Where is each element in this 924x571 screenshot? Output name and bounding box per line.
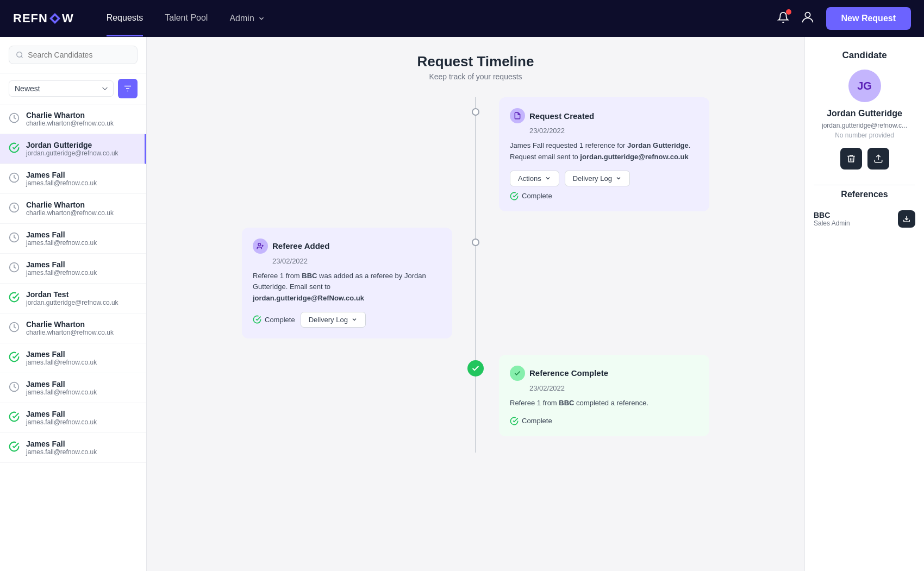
reference-complete-title: Reference Complete xyxy=(529,368,608,378)
referee-added-icon xyxy=(253,239,268,254)
check-circle-icon xyxy=(510,417,519,425)
candidate-email: james.fall@refnow.co.uk xyxy=(26,418,138,426)
complete-label-3: Complete xyxy=(522,417,552,425)
candidate-name: James Fall xyxy=(26,440,138,448)
actions-button[interactable]: Actions xyxy=(510,171,559,186)
timeline-card-referee-added: Referee Added 23/02/2022 Referee 1 from … xyxy=(242,228,452,338)
candidate-item[interactable]: Jordan Gutteridgejordan.gutteridge@refno… xyxy=(0,134,146,164)
candidate-item[interactable]: James Falljames.fall@refnow.co.uk xyxy=(0,373,146,403)
candidate-name: James Fall xyxy=(26,230,138,239)
timeline-row-request-created: Request Created 23/02/2022 James Fall re… xyxy=(242,97,709,211)
timeline-card-request-created: Request Created 23/02/2022 James Fall re… xyxy=(499,97,709,211)
complete-label-2: Complete xyxy=(265,316,295,324)
notification-bell-button[interactable] xyxy=(777,11,789,26)
candidate-item[interactable]: James Falljames.fall@refnow.co.uk xyxy=(0,343,146,373)
candidate-item[interactable]: James Falljames.fall@refnow.co.uk xyxy=(0,403,146,433)
check-circle-icon xyxy=(253,315,261,324)
nav-right: New Request xyxy=(777,7,911,30)
new-request-button[interactable]: New Request xyxy=(826,7,911,30)
referee-added-date: 23/02/2022 xyxy=(253,257,441,265)
filter-icon xyxy=(123,84,133,93)
status-pending-icon xyxy=(9,112,20,126)
timeline-title: Request Timeline xyxy=(417,53,534,70)
reference-complete-body: Referee 1 from BBC completed a reference… xyxy=(510,398,698,409)
request-created-icon xyxy=(510,108,525,123)
candidate-name: James Fall xyxy=(26,260,138,269)
timeline-subtitle: Keep track of your requests xyxy=(417,72,534,81)
status-complete-icon xyxy=(9,441,20,454)
nav-link-requests[interactable]: Requests xyxy=(107,1,143,36)
status-pending-icon xyxy=(9,262,20,275)
candidate-name: Charlie Wharton xyxy=(26,111,138,120)
svg-point-3 xyxy=(17,52,22,58)
candidate-panel-title: Candidate xyxy=(842,50,886,61)
reference-complete-status: Complete xyxy=(510,417,698,425)
candidate-email: james.fall@refnow.co.uk xyxy=(26,179,138,187)
nav-link-admin[interactable]: Admin xyxy=(229,1,265,36)
check-icon xyxy=(514,369,521,377)
candidate-item[interactable]: James Falljames.fall@refnow.co.uk xyxy=(0,224,146,254)
user-profile-button[interactable] xyxy=(800,10,815,28)
filter-button[interactable] xyxy=(118,79,138,98)
candidate-item[interactable]: James Falljames.fall@refnow.co.uk xyxy=(0,164,146,194)
trash-icon xyxy=(846,154,856,164)
chevron-down-icon xyxy=(351,316,358,323)
file-icon xyxy=(514,112,521,120)
search-input-wrapper[interactable] xyxy=(9,46,138,64)
request-created-title: Request Created xyxy=(529,111,594,121)
candidate-item[interactable]: Charlie Whartoncharlie.wharton@refnow.co… xyxy=(0,313,146,343)
candidate-detail-email: jordan.gutteridge@refnow.c... xyxy=(822,122,907,129)
svg-point-14 xyxy=(258,243,261,246)
logo-text-right: W xyxy=(62,11,74,26)
timeline-container: Request Created 23/02/2022 James Fall re… xyxy=(242,97,709,453)
candidate-email: charlie.wharton@refnow.co.uk xyxy=(26,209,138,217)
referee-added-actions: Complete Delivery Log xyxy=(253,312,441,328)
status-pending-icon xyxy=(9,172,20,185)
request-created-date: 23/02/2022 xyxy=(510,127,698,135)
candidate-email: james.fall@refnow.co.uk xyxy=(26,269,138,277)
request-created-status: Complete xyxy=(510,192,698,200)
candidate-item[interactable]: Charlie Whartoncharlie.wharton@refnow.co… xyxy=(0,194,146,224)
main-layout: Newest Oldest A-Z Z-A Charlie Whartoncha… xyxy=(0,37,924,571)
status-pending-icon xyxy=(9,322,20,335)
reference-info: BBC Sales Admin xyxy=(814,211,898,227)
candidate-item[interactable]: Jordan Testjordan.gutteridge@refnow.co.u… xyxy=(0,284,146,313)
nav-link-talent-pool[interactable]: Talent Pool xyxy=(165,1,208,36)
candidate-detail-phone: No number provided xyxy=(835,131,894,139)
notification-dot xyxy=(786,9,791,15)
search-input[interactable] xyxy=(28,51,130,59)
candidate-name: James Fall xyxy=(26,410,138,418)
export-candidate-button[interactable] xyxy=(867,148,889,170)
panel-action-buttons xyxy=(840,148,889,170)
delivery-log-button-1[interactable]: Delivery Log xyxy=(565,171,630,186)
delete-candidate-button[interactable] xyxy=(840,148,862,170)
chevron-down-icon xyxy=(545,175,551,181)
check-icon xyxy=(471,364,480,373)
candidate-item[interactable]: James Falljames.fall@refnow.co.uk xyxy=(0,254,146,284)
sidebar-search-header xyxy=(0,37,146,73)
status-complete-icon xyxy=(9,142,20,155)
filter-controls: Newest Oldest A-Z Z-A xyxy=(0,73,146,104)
panel-divider xyxy=(814,185,915,185)
right-panel: Candidate JG Jordan Gutteridge jordan.gu… xyxy=(804,37,924,571)
referee-added-body: Referee 1 from BBC was added as a refere… xyxy=(253,271,441,304)
candidate-list: Charlie Whartoncharlie.wharton@refnow.co… xyxy=(0,104,146,571)
status-pending-icon xyxy=(9,202,20,215)
download-reference-button[interactable] xyxy=(898,210,915,228)
logo-text-left: REFN xyxy=(13,11,48,26)
reference-company: BBC xyxy=(814,211,898,219)
candidate-email: james.fall@refnow.co.uk xyxy=(26,388,138,396)
sort-select[interactable]: Newest Oldest A-Z Z-A xyxy=(9,80,114,97)
delivery-log-button-2[interactable]: Delivery Log xyxy=(301,312,366,328)
timeline-card-header-3: Reference Complete xyxy=(510,366,698,381)
status-complete-icon xyxy=(9,352,20,365)
user-plus-icon xyxy=(257,242,264,250)
svg-point-2 xyxy=(805,12,810,17)
status-complete-icon xyxy=(9,411,20,424)
timeline-header: Request Timeline Keep track of your requ… xyxy=(417,53,534,81)
reference-complete-date: 23/02/2022 xyxy=(510,384,698,392)
candidate-item[interactable]: Charlie Whartoncharlie.wharton@refnow.co… xyxy=(0,104,146,134)
logo[interactable]: REFN W xyxy=(13,11,74,26)
reference-complete-icon xyxy=(510,366,525,381)
candidate-item[interactable]: James Falljames.fall@refnow.co.uk xyxy=(0,433,146,463)
